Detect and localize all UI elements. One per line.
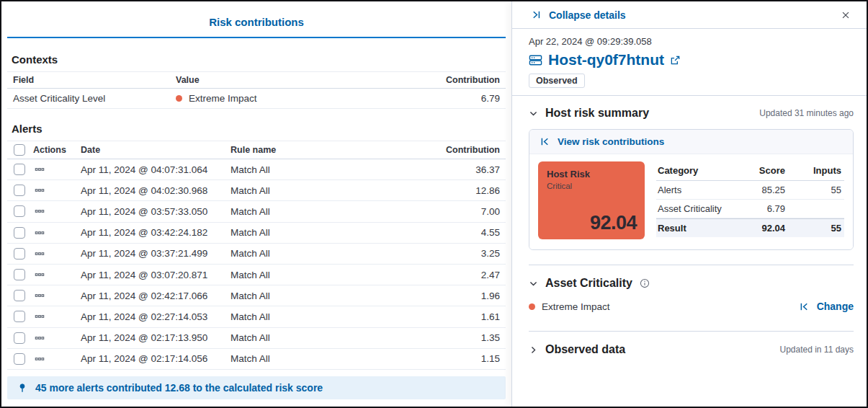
alert-actions-button[interactable] <box>33 205 46 218</box>
row-checkbox[interactable] <box>14 332 25 344</box>
alert-actions-button[interactable] <box>33 226 46 239</box>
app-window: Risk contributions Contexts Field Value … <box>0 0 868 408</box>
row-checkbox[interactable] <box>14 164 25 175</box>
alert-date: Apr 11, 2024 @ 03:07:20.871 <box>81 270 231 280</box>
collapse-details-button[interactable]: Collapse details <box>531 9 626 21</box>
alert-date: Apr 11, 2024 @ 04:02:30.968 <box>81 185 231 196</box>
row-checkbox[interactable] <box>14 290 25 301</box>
row-checkbox[interactable] <box>14 353 25 365</box>
boxes-horizontal-icon <box>35 333 45 343</box>
alert-date: Apr 11, 2024 @ 03:42:24.182 <box>81 227 231 238</box>
category-row-result: Result 92.04 55 <box>656 218 844 237</box>
alert-contribution: 12.86 <box>419 185 506 196</box>
contexts-table-header: Field Value Contribution <box>7 71 506 89</box>
alert-row: Apr 11, 2024 @ 03:37:21.499 Match All 3.… <box>7 244 506 265</box>
asset-criticality-value: Extreme Impact <box>542 301 610 312</box>
alert-rule-name: Match All <box>231 332 419 343</box>
alert-date: Apr 11, 2024 @ 03:57:33.050 <box>81 206 231 217</box>
alert-contribution: 36.37 <box>419 164 506 175</box>
alerts-col-date: Date <box>81 145 231 155</box>
info-circle-icon <box>640 278 650 288</box>
view-risk-contributions-link[interactable]: View risk contributions <box>540 136 664 147</box>
alert-row: Apr 11, 2024 @ 02:27:14.053 Match All 1.… <box>7 306 506 327</box>
select-all-checkbox[interactable] <box>14 144 25 156</box>
row-checkbox[interactable] <box>14 311 25 322</box>
alerts-col-rule-name: Rule name <box>231 145 419 155</box>
host-risk-summary-title: Host risk summary <box>545 107 649 120</box>
boxes-horizontal-icon <box>35 185 45 195</box>
observed-data-updated: Updated in 11 days <box>779 345 854 355</box>
category-row-alerts: Alerts 85.25 55 <box>656 181 844 200</box>
alert-actions-button[interactable] <box>33 289 46 302</box>
alert-row: Apr 11, 2024 @ 04:02:30.968 Match All 12… <box>7 180 506 201</box>
divider <box>529 265 854 265</box>
close-icon <box>841 10 851 20</box>
contexts-col-field: Field <box>7 75 176 85</box>
more-alerts-text: 45 more alerts contributed 12.68 to the … <box>35 382 323 394</box>
alert-actions-button[interactable] <box>33 268 46 281</box>
alert-row: Apr 11, 2024 @ 03:42:24.182 Match All 4.… <box>7 223 506 244</box>
contexts-col-value: Value <box>176 75 412 85</box>
col-inputs: Inputs <box>785 165 844 176</box>
col-category: Category <box>656 165 728 176</box>
change-criticality-link[interactable]: Change <box>799 301 854 312</box>
risk-card-title: Host Risk <box>547 169 636 179</box>
category-name: Alerts <box>656 185 728 195</box>
host-risk-score-card: Host Risk Critical 92.04 <box>538 161 645 239</box>
collapse-details-label: Collapse details <box>549 9 626 21</box>
chevron-down-icon[interactable] <box>529 109 538 118</box>
row-checkbox[interactable] <box>14 205 25 217</box>
divider <box>529 331 854 332</box>
flyout-body: Apr 22, 2024 @ 09:29:39.058 Host-qy0f7ht… <box>512 29 867 356</box>
alert-actions-button[interactable] <box>33 310 46 323</box>
close-flyout-button[interactable] <box>839 9 852 22</box>
tab-risk-contributions[interactable]: Risk contributions <box>209 16 304 28</box>
alert-row: Apr 11, 2024 @ 02:17:14.056 Match All 1.… <box>7 349 506 370</box>
flyout-header: Collapse details <box>512 1 867 29</box>
alert-actions-button[interactable] <box>33 332 46 345</box>
alert-actions-button[interactable] <box>33 184 46 197</box>
category-name: Asset Criticality <box>656 203 728 214</box>
host-details-flyout: Collapse details Apr 22, 2024 @ 09:29:39… <box>511 1 867 407</box>
category-inputs: 55 <box>785 185 844 195</box>
context-value: Extreme Impact <box>189 93 257 104</box>
alert-contribution: 1.35 <box>419 332 506 343</box>
contexts-heading: Contexts <box>12 53 506 66</box>
alert-actions-button[interactable] <box>33 163 46 176</box>
arrow-end-icon <box>531 9 542 20</box>
row-checkbox[interactable] <box>14 248 25 260</box>
asset-criticality-header: Asset Criticality <box>529 277 854 290</box>
row-checkbox[interactable] <box>14 269 25 280</box>
row-checkbox[interactable] <box>14 227 25 239</box>
arrow-start-icon <box>799 301 810 312</box>
boxes-horizontal-icon <box>35 270 45 280</box>
popout-icon[interactable] <box>670 55 681 66</box>
host-risk-summary-header: Host risk summary Updated 31 minutes ago <box>529 107 854 120</box>
risk-panel-header: View risk contributions <box>529 130 853 154</box>
chevron-right-icon[interactable] <box>529 345 538 355</box>
alert-rule-name: Match All <box>231 248 419 259</box>
asset-criticality-row: Extreme Impact Change <box>529 301 854 312</box>
host-name-link[interactable]: Host-qy0f7htnut <box>548 51 664 68</box>
category-score: 6.79 <box>728 203 785 214</box>
alert-actions-button[interactable] <box>33 352 46 365</box>
row-checkbox[interactable] <box>14 185 25 196</box>
alert-rule-name: Match All <box>231 185 419 196</box>
chevron-down-icon[interactable] <box>529 279 538 288</box>
risk-summary-updated: Updated 31 minutes ago <box>759 108 854 118</box>
tab-bar: Risk contributions <box>7 6 506 38</box>
alert-contribution: 1.15 <box>419 353 506 364</box>
alert-date: Apr 11, 2024 @ 03:37:21.499 <box>81 248 231 259</box>
alert-date: Apr 11, 2024 @ 02:17:14.056 <box>81 353 231 364</box>
storage-icon <box>529 53 542 67</box>
alert-actions-button[interactable] <box>33 247 46 260</box>
alert-row: Apr 11, 2024 @ 02:42:17.066 Match All 1.… <box>7 285 506 306</box>
boxes-horizontal-icon <box>35 354 45 364</box>
contexts-table-row: Asset Criticality Level Extreme Impact 6… <box>7 89 506 109</box>
alert-rule-name: Match All <box>231 227 419 238</box>
host-title-row: Host-qy0f7htnut <box>529 51 854 68</box>
alert-date: Apr 11, 2024 @ 02:27:14.053 <box>81 311 231 322</box>
category-table-header: Category Score Inputs <box>656 163 844 181</box>
observed-data-title: Observed data <box>545 343 625 356</box>
criticality-dot <box>529 303 535 310</box>
